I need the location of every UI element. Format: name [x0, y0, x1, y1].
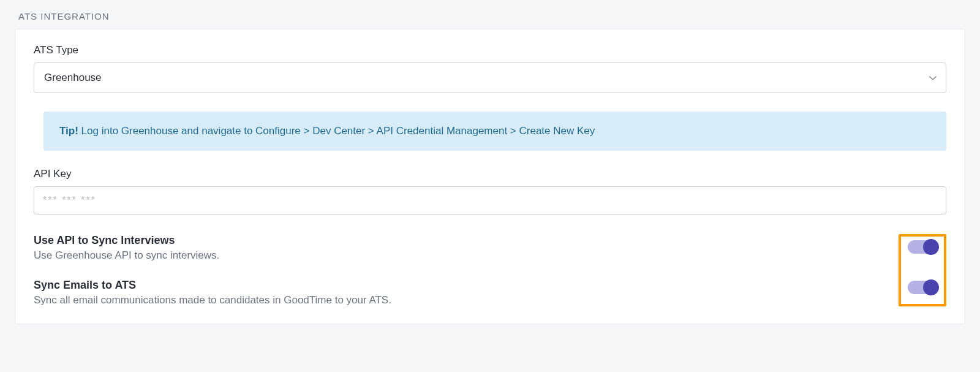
api-key-input[interactable]	[34, 186, 946, 214]
toggle-sync-emails[interactable]	[908, 281, 937, 294]
ats-type-select[interactable]	[34, 63, 946, 93]
toggle-desc-sync-emails: Sync all email communications made to ca…	[34, 294, 884, 306]
toggle-desc-sync-interviews: Use Greenhouse API to sync interviews.	[34, 249, 884, 262]
toggle-title-sync-interviews: Use API to Sync Interviews	[34, 234, 884, 247]
api-key-label: API Key	[34, 168, 946, 180]
toggle-knob-icon	[923, 239, 939, 255]
toggles-highlight-box	[899, 234, 946, 306]
tip-text: Log into Greenhouse and navigate to Conf…	[81, 125, 595, 137]
toggle-row-sync-interviews: Use API to Sync Interviews Use Greenhous…	[34, 234, 884, 262]
toggle-knob-icon	[923, 279, 939, 295]
tip-label: Tip!	[59, 125, 78, 137]
section-title: ATS INTEGRATION	[18, 11, 965, 21]
tip-box: Tip! Log into Greenhouse and navigate to…	[43, 112, 946, 151]
ats-type-label: ATS Type	[34, 44, 946, 56]
toggle-row-sync-emails: Sync Emails to ATS Sync all email commun…	[34, 279, 884, 306]
ats-integration-card: ATS Type Tip! Log into Greenhouse and na…	[15, 29, 965, 324]
ats-type-select-wrap	[34, 63, 946, 93]
toggle-title-sync-emails: Sync Emails to ATS	[34, 279, 884, 292]
toggle-sync-interviews[interactable]	[908, 240, 937, 254]
